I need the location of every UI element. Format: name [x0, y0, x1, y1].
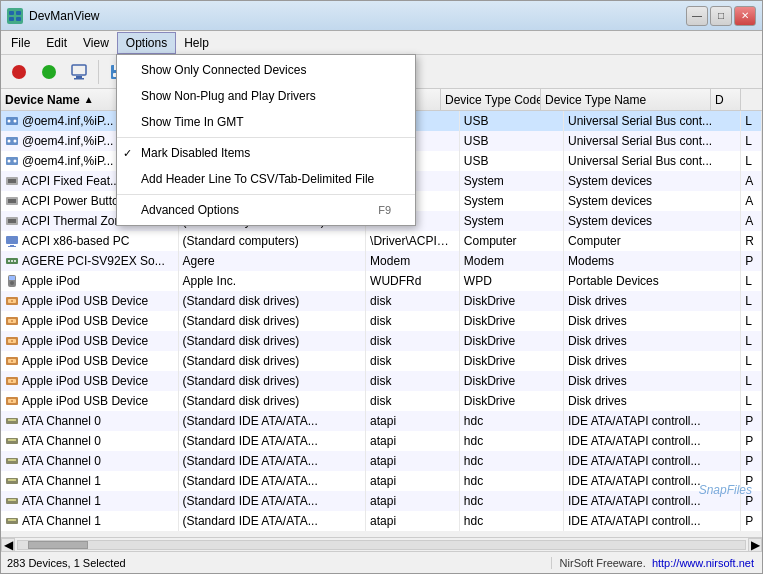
table-row[interactable]: ATA Channel 0 (Standard IDE ATA/ATA... a… [1, 431, 762, 451]
cell-desc: (Standard disk drives) [178, 311, 366, 331]
dropdown-item-2[interactable]: Show Time In GMT [117, 109, 415, 135]
nirsoft-link[interactable]: http://www.nirsoft.net [652, 557, 754, 569]
cell-d: L [741, 371, 762, 391]
table-row[interactable]: Apple iPod USB Device (Standard disk dri… [1, 331, 762, 351]
cell-desc: (Standard IDE ATA/ATA... [178, 411, 366, 431]
menu-help[interactable]: Help [176, 32, 217, 54]
dropdown-item-1[interactable]: Show Non-Plug and Play Drivers [117, 83, 415, 109]
svg-rect-29 [8, 246, 16, 247]
cell-name: Apple iPod USB Device [1, 311, 178, 331]
device-icon [5, 254, 19, 268]
device-icon [5, 494, 19, 508]
device-icon [5, 434, 19, 448]
device-icon [5, 394, 19, 408]
cell-typename: Disk drives [564, 391, 741, 411]
cell-desc: Agere [178, 251, 366, 271]
table-row[interactable]: Apple iPod USB Device (Standard disk dri… [1, 291, 762, 311]
cell-typecode: Modem [459, 251, 563, 271]
table-row[interactable]: Apple iPod USB Device (Standard disk dri… [1, 311, 762, 331]
cell-typename: Disk drives [564, 331, 741, 351]
device-icon [5, 154, 19, 168]
svg-rect-0 [9, 11, 14, 15]
svg-rect-58 [8, 439, 16, 441]
cell-name: Apple iPod USB Device [1, 351, 178, 371]
scroll-right-btn[interactable]: ▶ [748, 538, 762, 552]
table-row[interactable]: ATA Channel 1 (Standard IDE ATA/ATA... a… [1, 511, 762, 531]
cell-service: disk [366, 291, 460, 311]
svg-point-31 [8, 260, 10, 262]
cell-name: Apple iPod USB Device [1, 391, 178, 411]
status-bar: 283 Devices, 1 Selected NirSoft Freeware… [1, 551, 762, 573]
col-header-d[interactable]: D [711, 89, 741, 110]
dropdown-item-3[interactable]: ✓Mark Disabled Items [117, 140, 415, 166]
scroll-track[interactable] [17, 540, 746, 550]
table-row[interactable]: Apple iPod USB Device (Standard disk dri… [1, 351, 762, 371]
minimize-button[interactable]: — [686, 6, 708, 26]
cell-desc: (Standard disk drives) [178, 331, 366, 351]
cell-service: atapi [366, 431, 460, 451]
cell-typecode: USB [459, 111, 563, 131]
svg-rect-27 [6, 236, 18, 244]
shortcut-label: F9 [378, 204, 391, 216]
table-row[interactable]: ATA Channel 0 (Standard IDE ATA/ATA... a… [1, 451, 762, 471]
go-button[interactable] [35, 59, 63, 85]
device-icon [5, 174, 19, 188]
cell-typename: System devices [564, 191, 741, 211]
cell-d: L [741, 291, 762, 311]
table-row[interactable]: ATA Channel 0 (Standard IDE ATA/ATA... a… [1, 411, 762, 431]
cell-name: ACPI x86-based PC [1, 231, 178, 251]
cell-typecode: System [459, 171, 563, 191]
device-icon [5, 414, 19, 428]
maximize-button[interactable]: □ [710, 6, 732, 26]
table-row[interactable]: ATA Channel 1 (Standard IDE ATA/ATA... a… [1, 471, 762, 491]
device-icon [5, 214, 19, 228]
cell-typecode: hdc [459, 471, 563, 491]
cell-service: disk [366, 391, 460, 411]
scroll-left-btn[interactable]: ◀ [1, 538, 15, 552]
cell-name: AGERE PCI-SV92EX So... [1, 251, 178, 271]
svg-rect-64 [8, 499, 16, 501]
dropdown-item-5[interactable]: Advanced OptionsF9 [117, 197, 415, 223]
table-row[interactable]: AGERE PCI-SV92EX So... Agere Modem Modem… [1, 251, 762, 271]
cell-name: Apple iPod USB Device [1, 371, 178, 391]
cell-typename: System devices [564, 211, 741, 231]
svg-rect-1 [16, 11, 21, 15]
menu-options[interactable]: Options [117, 32, 176, 54]
svg-point-13 [8, 120, 11, 123]
cell-typecode: DiskDrive [459, 351, 563, 371]
svg-rect-62 [8, 479, 16, 481]
table-row[interactable]: Apple iPod USB Device (Standard disk dri… [1, 391, 762, 411]
table-row[interactable]: ACPI x86-based PC (Standard computers) \… [1, 231, 762, 251]
cell-d: L [741, 271, 762, 291]
svg-rect-8 [74, 78, 84, 80]
dropdown-item-4[interactable]: Add Header Line To CSV/Tab-Delimited Fil… [117, 166, 415, 192]
device-icon [5, 474, 19, 488]
cell-service: atapi [366, 471, 460, 491]
device-icon [5, 334, 19, 348]
menu-edit[interactable]: Edit [38, 32, 75, 54]
record-button[interactable] [5, 59, 33, 85]
table-row[interactable]: Apple iPod USB Device (Standard disk dri… [1, 371, 762, 391]
table-row[interactable]: Apple iPod Apple Inc. WUDFRd WPD Portabl… [1, 271, 762, 291]
dropdown-item-0[interactable]: Show Only Connected Devices [117, 57, 415, 83]
cell-d: A [741, 171, 762, 191]
col-header-typename[interactable]: Device Type Name [541, 89, 711, 110]
scroll-thumb[interactable] [28, 541, 88, 549]
menu-file[interactable]: File [3, 32, 38, 54]
cell-name: ATA Channel 1 [1, 511, 178, 531]
table-row[interactable]: ATA Channel 1 (Standard IDE ATA/ATA... a… [1, 491, 762, 511]
cell-typename: Disk drives [564, 291, 741, 311]
cell-d: P [741, 451, 762, 471]
close-button[interactable]: ✕ [734, 6, 756, 26]
cell-d: L [741, 111, 762, 131]
monitor-button[interactable] [65, 59, 93, 85]
h-scrollbar[interactable]: ◀ ▶ [1, 537, 762, 551]
cell-name: ATA Channel 0 [1, 431, 178, 451]
col-header-typecode[interactable]: Device Type Code [441, 89, 541, 110]
menu-bar: File Edit View Options Help [1, 31, 762, 55]
cell-typecode: USB [459, 131, 563, 151]
cell-desc: (Standard computers) [178, 231, 366, 251]
cell-d: L [741, 351, 762, 371]
menu-view[interactable]: View [75, 32, 117, 54]
dropdown-separator [117, 194, 415, 195]
